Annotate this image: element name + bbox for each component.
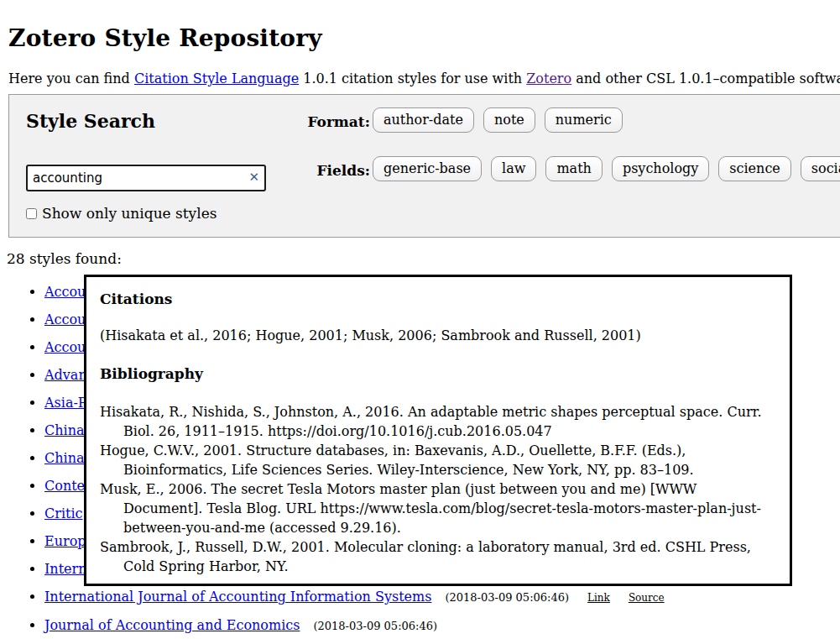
field-option-psychology-button[interactable]: psychology [612, 156, 709, 181]
style-search-panel: Style Search Format: author-date note nu… [8, 94, 840, 238]
format-option-numeric-button[interactable]: numeric [545, 107, 623, 133]
style-link-install[interactable]: Link [587, 592, 610, 604]
style-link[interactable]: Accou [44, 284, 86, 300]
format-option-author-date-button[interactable]: author-date [373, 107, 474, 133]
style-preview-popup: Citations (Hisakata et al., 2016; Hogue,… [84, 275, 792, 586]
page-title: Zotero Style Repository [8, 24, 322, 52]
list-item: Journal of Accounting and Economics(2018… [44, 617, 665, 635]
style-link[interactable]: Europ [44, 533, 86, 549]
bibliography-entry: Sambrook, J., Russell, D.W., 2001. Molec… [100, 537, 776, 576]
bibliography-entries: Hisakata, R., Nishida, S., Johnston, A.,… [100, 402, 776, 576]
citations-preview-text: (Hisakata et al., 2016; Hogue, 2001; Mus… [100, 327, 776, 343]
fields-label: Fields: [269, 162, 370, 179]
style-link[interactable]: Critic [44, 505, 83, 521]
intro-text-mid: 1.0.1 citation styles for use with [299, 71, 526, 86]
search-input-wrap: ✕ [26, 165, 266, 191]
field-option-science-button[interactable]: science [718, 156, 791, 181]
bibliography-heading: Bibliography [100, 365, 776, 382]
style-link-international-journal-accounting-information-systems[interactable]: International Journal of Accounting Info… [44, 589, 431, 605]
style-link[interactable]: Asia-P [44, 395, 87, 411]
style-source-link[interactable]: Source [629, 592, 665, 604]
citation-style-language-link[interactable]: Citation Style Language [134, 71, 299, 86]
style-search-input[interactable] [26, 165, 266, 191]
bibliography-entry: Musk, E., 2006. The secret Tesla Motors … [100, 479, 776, 537]
bibliography-entry: Hogue, C.W.V., 2001. Structure databases… [100, 441, 776, 479]
results-count: 28 styles found: [7, 250, 122, 267]
fields-options-row: generic-base law math psychology science… [373, 156, 840, 181]
field-option-law-button[interactable]: law [491, 156, 536, 181]
style-link[interactable]: China [44, 450, 85, 466]
intro-text-before: Here you can find [8, 71, 134, 86]
clear-search-icon[interactable]: ✕ [248, 170, 259, 185]
zotero-link[interactable]: Zotero [526, 71, 571, 86]
list-item: International Journal of Accounting Info… [44, 589, 665, 606]
style-link[interactable]: Intern [44, 561, 86, 577]
style-timestamp: (2018-03-09 05:06:46) [445, 591, 569, 604]
style-timestamp: (2018-03-09 05:06:46) [313, 620, 437, 632]
unique-styles-checkbox[interactable] [26, 208, 37, 219]
unique-styles-label: Show only unique styles [42, 205, 217, 222]
bibliography-entry: Hisakata, R., Nishida, S., Johnston, A.,… [100, 402, 776, 441]
field-option-generic-base-button[interactable]: generic-base [373, 156, 482, 181]
style-link[interactable]: China [44, 422, 85, 438]
format-options-row: author-date note numeric [373, 107, 623, 133]
format-label: Format: [269, 113, 370, 130]
style-link[interactable]: Accou [44, 339, 86, 355]
style-search-heading: Style Search [26, 110, 155, 132]
intro-text: Here you can find Citation Style Languag… [8, 71, 840, 86]
unique-styles-row: Show only unique styles [26, 205, 217, 222]
field-option-social-science-button[interactable]: social_science [801, 156, 840, 181]
field-option-math-button[interactable]: math [545, 156, 602, 181]
style-link-journal-of-accounting-and-economics[interactable]: Journal of Accounting and Economics [44, 617, 300, 633]
style-link[interactable]: Conte [44, 478, 85, 494]
citations-heading: Citations [100, 291, 776, 307]
format-option-note-button[interactable]: note [483, 107, 535, 133]
style-link[interactable]: Advan [44, 367, 87, 383]
intro-text-after: and other CSL 1.0.1–compatible software.… [571, 71, 840, 86]
style-link[interactable]: Accou [44, 312, 86, 327]
